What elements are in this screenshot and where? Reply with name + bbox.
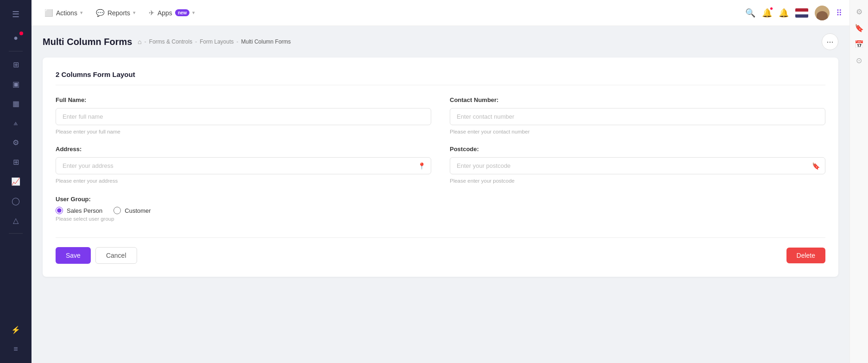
sidebar-item-notification[interactable]: ● (6, 30, 25, 46)
breadcrumb-home[interactable]: ⌂ (138, 38, 141, 45)
breadcrumb-sep-3: - (237, 38, 239, 45)
location-icon: 📍 (418, 162, 426, 170)
alert-icon: △ (13, 216, 19, 225)
full-name-input[interactable] (56, 108, 431, 125)
notification-icon: ● (13, 34, 18, 42)
postcode-input[interactable] (450, 157, 825, 174)
contact-label: Contact Number: (450, 96, 825, 103)
alert-bell-icon[interactable]: 🔔 (779, 8, 789, 18)
form-grid: Full Name: Please enter your full name C… (56, 96, 825, 184)
radio-sales-input[interactable] (56, 207, 63, 214)
right-bookmark-icon[interactable]: 🔖 (855, 24, 864, 32)
delete-button[interactable]: Delete (786, 248, 825, 263)
reports-chevron: ▾ (133, 10, 136, 16)
form-group-address: Address: 📍 Please enter your address (56, 146, 431, 184)
avatar-body (817, 11, 828, 20)
top-navigation: ⬜ Actions ▾ 💬 Reports ▾ ✈ Apps new ▾ 🔍 🔔… (31, 0, 849, 26)
stats-icon: ⟁ (13, 119, 18, 127)
nav-apps[interactable]: ✈ Apps new ▾ (143, 6, 201, 20)
right-gear-icon[interactable]: ⊙ (856, 56, 862, 65)
sidebar: ☰ ● ⊞ ▣ ▦ ⟁ ⚙ ⊞ 📈 ◯ △ ⚡ ≡ (0, 0, 31, 363)
form-actions: Save Cancel Delete (56, 237, 825, 264)
save-button[interactable]: Save (56, 247, 91, 264)
reports-label: Reports (107, 9, 130, 17)
form-actions-left: Save Cancel (56, 247, 137, 264)
user-group-hint: Please select user group (56, 216, 114, 222)
page-content: Multi Column Forms ⌂ - Forms & Controls … (31, 26, 849, 363)
search-icon[interactable]: 🔍 (745, 8, 755, 18)
sidebar-item-user[interactable]: ◯ (6, 192, 25, 209)
form-group-postcode: Postcode: 🔖 Please enter your postcode (450, 146, 825, 184)
chat-icon: ▣ (13, 80, 19, 89)
apps-chevron: ▾ (192, 10, 195, 16)
apps-icon: ✈ (149, 9, 155, 17)
form-group-full-name: Full Name: Please enter your full name (56, 96, 431, 134)
sidebar-item-chat[interactable]: ▣ (6, 76, 25, 92)
sidebar-item-filter[interactable]: ⚡ (6, 321, 25, 338)
layers-icon: ⊞ (13, 60, 19, 69)
breadcrumb-form-layouts[interactable]: Form Layouts (200, 38, 233, 45)
form-section-title: 2 Columns Form Layout (56, 70, 825, 85)
apps-label: Apps (157, 9, 172, 17)
chart-bar-icon: ▦ (13, 99, 19, 108)
form-card: 2 Columns Form Layout Full Name: Please … (43, 57, 838, 277)
reports-icon: 💬 (96, 9, 105, 17)
radio-sales-person[interactable]: Sales Person (56, 207, 102, 214)
right-sidebar: ⚙ 🔖 📅 ⊙ (849, 0, 868, 363)
tools-icon: ⚙ (13, 138, 19, 147)
user-group-radio-group: Sales Person Customer (56, 207, 825, 214)
address-hint: Please enter your address (56, 178, 431, 184)
breadcrumb-sep-2: - (195, 38, 197, 45)
actions-chevron: ▾ (80, 10, 83, 16)
sidebar-item-table[interactable]: ⊞ (6, 153, 25, 170)
sidebar-item-stats[interactable]: ⟁ (6, 115, 25, 131)
sidebar-item-graph[interactable]: 📈 (6, 173, 25, 190)
apps-badge: new (175, 9, 189, 16)
app-grid-icon[interactable]: ⠿ (836, 8, 842, 18)
nav-reports[interactable]: 💬 Reports ▾ (90, 6, 141, 20)
cancel-button[interactable]: Cancel (95, 247, 137, 264)
full-name-label: Full Name: (56, 96, 431, 103)
sidebar-item-tools[interactable]: ⚙ (6, 134, 25, 151)
sidebar-item-alert[interactable]: △ (6, 212, 25, 229)
sidebar-item-list[interactable]: ≡ (6, 341, 25, 357)
breadcrumb-current: Multi Column Forms (241, 38, 291, 45)
contact-input[interactable] (450, 108, 825, 125)
radio-customer-input[interactable] (113, 207, 121, 214)
page-header: Multi Column Forms ⌂ - Forms & Controls … (31, 26, 849, 57)
avatar[interactable] (815, 6, 830, 20)
postcode-input-wrapper: 🔖 (450, 157, 825, 174)
address-label: Address: (56, 146, 431, 153)
user-group-section: User Group: Sales Person Customer Please… (56, 195, 825, 223)
contact-hint: Please enter your contact number (450, 129, 825, 134)
breadcrumb-sep-1: - (145, 38, 146, 45)
breadcrumb: ⌂ - Forms & Controls - Form Layouts - Mu… (138, 38, 291, 45)
graph-icon: 📈 (11, 177, 20, 186)
breadcrumb-forms-controls[interactable]: Forms & Controls (149, 38, 192, 45)
main-content: ⬜ Actions ▾ 💬 Reports ▾ ✈ Apps new ▾ 🔍 🔔… (31, 0, 849, 363)
bell-icon[interactable]: 🔔 (762, 8, 772, 18)
user-group-label: User Group: (56, 196, 91, 203)
sidebar-item-chart[interactable]: ▦ (6, 95, 25, 112)
page-header-left: Multi Column Forms ⌂ - Forms & Controls … (43, 37, 291, 47)
bell-dot (770, 7, 773, 10)
form-group-contact: Contact Number: Please enter your contac… (450, 96, 825, 134)
more-options-button[interactable]: ··· (822, 33, 838, 50)
page-title: Multi Column Forms (43, 37, 132, 47)
radio-customer[interactable]: Customer (113, 207, 151, 214)
sidebar-divider-2 (9, 233, 23, 234)
topnav-right: 🔍 🔔 🔔 ⠿ (745, 6, 842, 20)
nav-actions[interactable]: ⬜ Actions ▾ (39, 6, 88, 20)
sidebar-menu-icon[interactable]: ☰ (8, 6, 23, 23)
radio-sales-label: Sales Person (67, 207, 102, 214)
bookmark-icon: 🔖 (812, 162, 820, 170)
list-icon: ≡ (13, 345, 18, 353)
right-settings-icon[interactable]: ⚙ (856, 7, 862, 16)
user-icon: ◯ (12, 197, 20, 205)
right-calendar-icon[interactable]: 📅 (855, 40, 864, 49)
sidebar-item-layers[interactable]: ⊞ (6, 56, 25, 73)
actions-label: Actions (56, 9, 77, 17)
postcode-label: Postcode: (450, 146, 825, 153)
address-input[interactable] (56, 157, 431, 174)
language-flag[interactable] (795, 8, 808, 18)
